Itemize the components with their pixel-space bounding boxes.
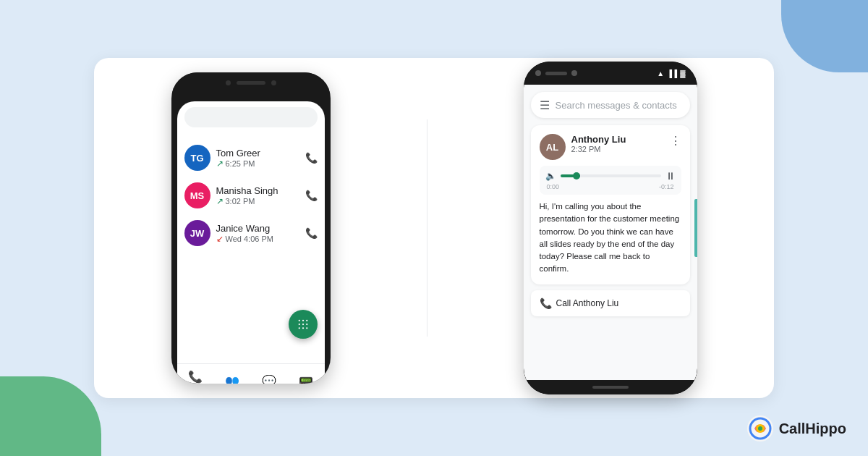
dialpad-icon xyxy=(297,318,310,331)
call-name-manisha: Manisha Singh xyxy=(216,185,299,196)
front-camera-dot-2 xyxy=(571,70,577,76)
bottom-nav-left: 📞 Calls 👥 💬 📟 xyxy=(177,363,325,384)
right-screen-content: ☰ Search messages & contacts AL Anthony … xyxy=(524,85,697,380)
phone-left-mockup: TG Tom Greer ↗ 6:25 PM 📞 MS xyxy=(171,72,331,384)
svg-point-7 xyxy=(302,327,303,329)
audio-progress-bar[interactable] xyxy=(561,174,661,177)
search-bar-left[interactable] xyxy=(184,107,318,127)
outgoing-arrow-manisha: ↗ xyxy=(216,196,224,206)
call-item-manisha[interactable]: MS Manisha Singh ↗ 3:02 PM 📞 xyxy=(177,177,325,214)
phone-right-bottom-bar xyxy=(524,380,697,394)
signal-icon: ▐▐ xyxy=(667,69,677,77)
call-item-janice[interactable]: JW Janice Wang ↙ Wed 4:06 PM 📞 xyxy=(177,214,325,252)
search-bar-right[interactable]: ☰ Search messages & contacts xyxy=(531,92,690,118)
wifi-icon: ▲ xyxy=(657,69,664,77)
missed-arrow-janice: ↙ xyxy=(216,234,224,244)
audio-controls: 🔈 ⏸ xyxy=(545,170,676,182)
svg-point-4 xyxy=(302,324,303,325)
callhippo-logo-icon xyxy=(747,415,773,442)
camera-dot-left xyxy=(226,80,231,85)
fab-dialpad-button[interactable] xyxy=(289,310,318,339)
main-card: TG Tom Greer ↗ 6:25 PM 📞 MS xyxy=(94,58,774,398)
decorative-blob-bottom-left xyxy=(0,376,101,456)
audio-time-start: 0:00 xyxy=(547,183,560,190)
messages-nav-icon: 💬 xyxy=(262,374,276,384)
decorative-blob-top-right xyxy=(781,0,868,72)
speaker-grille-left xyxy=(237,81,265,85)
message-header: AL Anthony Liu 2:32 PM ⋮ xyxy=(540,134,681,160)
audio-progress-dot xyxy=(573,172,580,180)
phone-right-mockup: ▲ ▐▐ ▓ ☰ Search messages & contacts xyxy=(524,62,697,394)
call-info-manisha: Manisha Singh ↗ 3:02 PM xyxy=(216,185,299,206)
avatar-tom: TG xyxy=(184,145,210,171)
svg-point-3 xyxy=(298,324,299,325)
call-action-phone-icon: 📞 xyxy=(540,297,552,309)
svg-point-5 xyxy=(306,324,307,325)
earpiece-speaker xyxy=(545,72,567,75)
search-placeholder-text: Search messages & contacts xyxy=(556,100,677,111)
phone-left-top-bar xyxy=(171,72,331,93)
message-transcript: Hi, I'm calling you about the presentati… xyxy=(540,200,681,276)
avatar-manisha: MS xyxy=(184,182,210,208)
svg-point-1 xyxy=(302,320,303,321)
call-action-label: Call Anthony Liu xyxy=(556,298,619,308)
volume-icon[interactable]: 🔈 xyxy=(545,171,556,181)
audio-player: 🔈 ⏸ 0:00 -0:12 xyxy=(540,166,681,195)
avatar-face-manisha: MS xyxy=(184,182,210,208)
message-time-anthony: 2:32 PM xyxy=(571,145,664,153)
avatar-face-janice: JW xyxy=(184,220,210,246)
nav-messages[interactable]: 💬 xyxy=(262,374,276,384)
more-options-icon[interactable]: ⋮ xyxy=(670,134,681,148)
contacts-nav-icon: 👥 xyxy=(225,374,239,384)
menu-icon[interactable]: ☰ xyxy=(540,98,550,112)
phone-divider xyxy=(427,119,427,337)
call-phone-icon-tom[interactable]: 📞 xyxy=(305,152,318,164)
sender-name-anthony: Anthony Liu xyxy=(571,134,664,145)
avatar-anthony: AL xyxy=(540,134,566,160)
call-time-manisha: ↗ 3:02 PM xyxy=(216,196,299,206)
phone-right-status-bar: ▲ ▐▐ ▓ xyxy=(524,62,697,85)
home-indicator-right xyxy=(592,386,629,389)
calls-nav-icon: 📞 xyxy=(188,370,203,384)
call-phone-icon-manisha[interactable]: 📞 xyxy=(305,190,318,201)
svg-point-12 xyxy=(758,426,762,431)
callhippo-logo-text: CallHippo xyxy=(779,421,846,437)
call-item-tom[interactable]: TG Tom Greer ↗ 6:25 PM 📞 xyxy=(177,139,325,177)
status-icons-right: ▲ ▐▐ ▓ xyxy=(657,69,685,77)
side-accent-bar xyxy=(694,199,697,257)
svg-point-0 xyxy=(298,320,299,321)
nav-calls[interactable]: 📞 Calls xyxy=(188,370,203,384)
phone-left-screen: TG Tom Greer ↗ 6:25 PM 📞 MS xyxy=(177,101,325,384)
voicemail-nav-icon: 📟 xyxy=(299,374,313,384)
nav-contacts[interactable]: 👥 xyxy=(225,374,239,384)
call-time-janice: ↙ Wed 4:06 PM xyxy=(216,234,299,244)
avatar-face-tom: TG xyxy=(184,145,210,171)
message-card-anthony: AL Anthony Liu 2:32 PM ⋮ 🔈 xyxy=(531,125,690,284)
avatar-initials-anthony: AL xyxy=(546,142,558,153)
pause-icon[interactable]: ⏸ xyxy=(665,170,676,182)
audio-time-end: -0:12 xyxy=(659,183,674,190)
camera-dot-left-2 xyxy=(271,80,276,85)
call-phone-icon-janice[interactable]: 📞 xyxy=(305,227,318,239)
call-info-tom: Tom Greer ↗ 6:25 PM xyxy=(216,148,299,169)
status-camera-area xyxy=(535,70,577,76)
avatar-janice: JW xyxy=(184,220,210,246)
call-action-anthony[interactable]: 📞 Call Anthony Liu xyxy=(531,290,690,316)
call-time-tom: ↗ 6:25 PM xyxy=(216,159,299,169)
outgoing-arrow-tom: ↗ xyxy=(216,159,224,169)
callhippo-logo-area: CallHippo xyxy=(747,415,846,442)
front-camera-dot xyxy=(535,70,541,76)
call-name-tom: Tom Greer xyxy=(216,148,299,159)
call-name-janice: Janice Wang xyxy=(216,223,299,234)
svg-point-8 xyxy=(306,327,307,329)
svg-point-6 xyxy=(298,327,299,329)
svg-point-2 xyxy=(306,320,307,321)
battery-icon: ▓ xyxy=(680,69,685,77)
call-info-janice: Janice Wang ↙ Wed 4:06 PM xyxy=(216,223,299,244)
phone-right-inner: ▲ ▐▐ ▓ ☰ Search messages & contacts xyxy=(524,62,697,394)
audio-timestamps: 0:00 -0:12 xyxy=(545,183,676,190)
msg-info-anthony: Anthony Liu 2:32 PM xyxy=(571,134,664,153)
nav-voicemail[interactable]: 📟 xyxy=(299,374,313,384)
